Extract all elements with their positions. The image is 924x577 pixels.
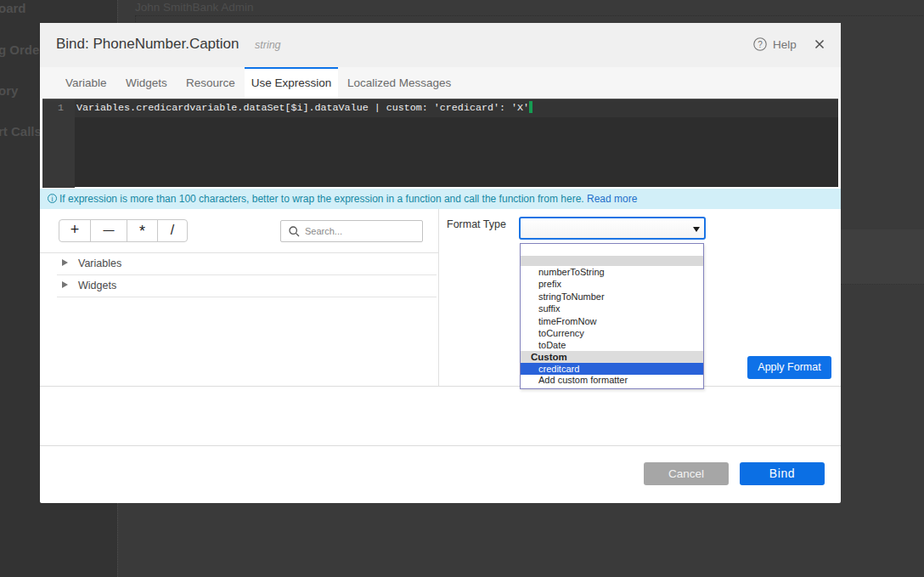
svg-text:?: ? xyxy=(758,40,763,49)
